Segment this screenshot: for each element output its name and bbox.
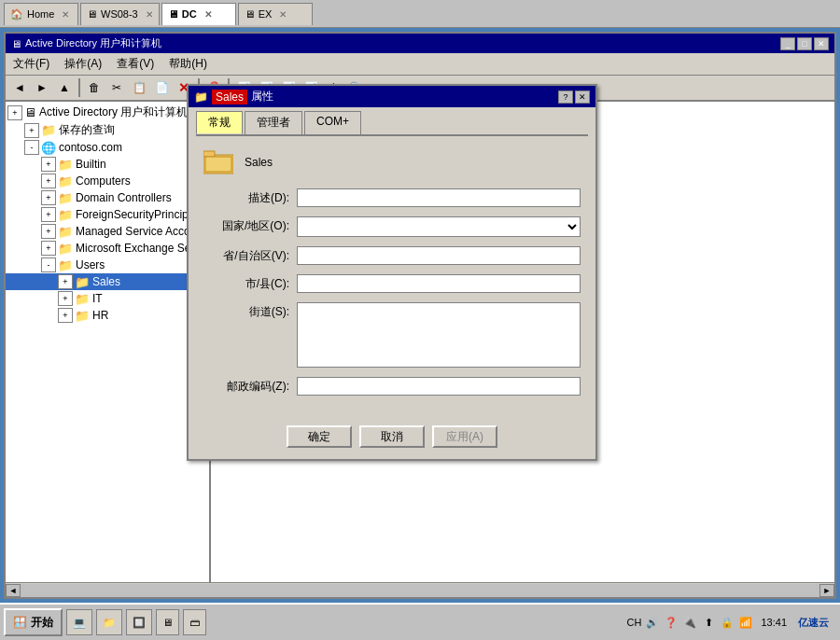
ad-window-icon: 🖥 bbox=[11, 38, 21, 49]
tab-home-close[interactable]: ✕ bbox=[62, 9, 69, 20]
dialog-footer: 确定 取消 应用(A) bbox=[189, 416, 595, 459]
start-label: 开始 bbox=[31, 615, 53, 631]
home-icon: 🏠 bbox=[10, 8, 23, 21]
tree-saved-queries[interactable]: + 📁 保存的查询 bbox=[6, 121, 209, 139]
form-row-description: 描述(D): bbox=[203, 188, 581, 207]
dialog-title-icon: 📁 bbox=[194, 90, 208, 104]
dialog-close-button[interactable]: ✕ bbox=[575, 90, 590, 104]
tree-users[interactable]: - 📁 Users bbox=[6, 257, 209, 273]
up-button[interactable]: ▲ bbox=[54, 77, 75, 98]
toolbar-btn-2[interactable]: ✂ bbox=[106, 77, 127, 98]
tab-dc-label: DC bbox=[182, 8, 197, 20]
taskbar-app-5-icon: 🗃 bbox=[189, 617, 200, 628]
apply-button[interactable]: 应用(A) bbox=[432, 425, 497, 448]
tree-it[interactable]: + 📁 IT bbox=[6, 290, 209, 307]
ok-button[interactable]: 确定 bbox=[287, 425, 352, 448]
menu-file[interactable]: 文件(F) bbox=[9, 55, 53, 73]
taskbar-app-2[interactable]: 📁 bbox=[96, 609, 122, 635]
tray-icon-2[interactable]: ❓ bbox=[664, 615, 679, 630]
select-country[interactable] bbox=[297, 216, 581, 237]
tab-ws083[interactable]: 🖥 WS08-3 ✕ bbox=[80, 3, 160, 25]
taskbar-app-1-icon: 💻 bbox=[73, 617, 86, 629]
ou-icon bbox=[203, 147, 233, 177]
scroll-right[interactable]: ► bbox=[819, 584, 834, 597]
input-zip[interactable] bbox=[297, 377, 581, 396]
brand-logo: 亿速云 bbox=[794, 616, 833, 630]
tree-expand-users[interactable]: - bbox=[41, 257, 56, 272]
taskbar-right: CH 🔊 ❓ 🔌 ⬆ 🔒 📶 13:41 亿速云 bbox=[627, 615, 836, 630]
top-tabbar: 🏠 Home ✕ 🖥 WS08-3 ✕ 🖥 DC ✕ 🖥 EX ✕ bbox=[0, 0, 840, 28]
taskbar-app-5[interactable]: 🗃 bbox=[183, 609, 206, 635]
dialog-help-button[interactable]: ? bbox=[558, 90, 573, 104]
tree-hr[interactable]: + 📁 HR bbox=[6, 307, 209, 324]
menu-help[interactable]: 帮助(H) bbox=[165, 55, 211, 73]
scroll-left[interactable]: ◄ bbox=[6, 584, 21, 597]
tray-icon-4[interactable]: ⬆ bbox=[701, 615, 716, 630]
tree-expand-msa[interactable]: + bbox=[41, 224, 56, 239]
tab-dc-close[interactable]: ✕ bbox=[204, 9, 212, 20]
tree-domain-controllers[interactable]: + 📁 Domain Controllers bbox=[6, 189, 209, 206]
tab-com[interactable]: COM+ bbox=[304, 111, 361, 134]
back-button[interactable]: ◄ bbox=[9, 77, 30, 98]
tree-managed-service[interactable]: + 📁 Managed Service Accou... bbox=[6, 223, 209, 240]
tray-icon-3[interactable]: 🔌 bbox=[682, 615, 697, 630]
tree-builtin[interactable]: + 📁 Builtin bbox=[6, 156, 209, 173]
tab-ex[interactable]: 🖥 EX ✕ bbox=[238, 3, 313, 25]
dc-icon: 🖥 bbox=[168, 8, 178, 20]
label-description: 描述(D): bbox=[203, 188, 297, 206]
tree-icon-builtin: 📁 bbox=[58, 158, 73, 172]
toolbar-sep-1 bbox=[78, 78, 80, 97]
tree-expand-mse[interactable]: + bbox=[41, 241, 56, 256]
tree-contoso[interactable]: - 🌐 contoso.com bbox=[6, 139, 209, 156]
close-button[interactable]: ✕ bbox=[814, 37, 829, 50]
tree-expand-fsp[interactable]: + bbox=[41, 207, 56, 222]
tree-expand-root[interactable]: + bbox=[7, 105, 22, 120]
tree-root[interactable]: + 🖥 Active Directory 用户和计算机 bbox=[6, 104, 209, 121]
tree-expand-computers[interactable]: + bbox=[41, 174, 56, 188]
taskbar-app-3[interactable]: 🔲 bbox=[126, 609, 152, 635]
tab-ex-close[interactable]: ✕ bbox=[279, 9, 287, 20]
tray-icon-1[interactable]: 🔊 bbox=[645, 615, 660, 630]
toolbar-btn-3[interactable]: 📋 bbox=[129, 77, 149, 98]
cancel-button[interactable]: 取消 bbox=[359, 425, 425, 448]
tree-expand-builtin[interactable]: + bbox=[41, 157, 56, 172]
input-province[interactable] bbox=[297, 246, 581, 265]
tab-general[interactable]: 常规 bbox=[196, 111, 243, 134]
tree-expand-hr[interactable]: + bbox=[58, 308, 73, 323]
tree-expand-sales[interactable]: + bbox=[58, 274, 73, 289]
toolbar-btn-4[interactable]: 📄 bbox=[151, 77, 172, 98]
tab-home[interactable]: 🏠 Home ✕ bbox=[4, 3, 78, 25]
forward-button[interactable]: ► bbox=[32, 77, 52, 98]
tree-sales[interactable]: + 📁 Sales bbox=[6, 273, 209, 290]
toolbar-btn-1[interactable]: 🗑 bbox=[84, 77, 105, 98]
taskbar-app-4[interactable]: 🖥 bbox=[156, 609, 179, 635]
tree-label-hr: HR bbox=[92, 309, 108, 322]
maximize-button[interactable]: □ bbox=[797, 37, 812, 50]
hscroll[interactable]: ◄ ► bbox=[6, 582, 834, 597]
tree-computers[interactable]: + 📁 Computers bbox=[6, 173, 209, 189]
start-button[interactable]: 🪟 开始 bbox=[4, 608, 63, 636]
tree-expand-contoso[interactable]: - bbox=[24, 140, 39, 155]
tree-icon-sales: 📁 bbox=[75, 275, 90, 289]
textarea-street[interactable] bbox=[297, 302, 581, 368]
tab-ws083-close[interactable]: ✕ bbox=[146, 9, 153, 20]
taskbar-app-1[interactable]: 💻 bbox=[66, 609, 92, 635]
tree-icon-contoso: 🌐 bbox=[41, 141, 56, 155]
tab-manager[interactable]: 管理者 bbox=[245, 111, 302, 134]
tree-expand-saved[interactable]: + bbox=[24, 123, 39, 138]
input-city[interactable] bbox=[297, 274, 581, 293]
form-row-city: 市/县(C): bbox=[203, 274, 581, 293]
dialog-controls: ? ✕ bbox=[558, 90, 590, 104]
tray-icon-5[interactable]: 🔒 bbox=[720, 615, 735, 630]
tree-foreignsecurity[interactable]: + 📁 ForeignSecurityPrincip... bbox=[6, 206, 209, 223]
tray-icon-6[interactable]: 📶 bbox=[738, 615, 753, 630]
tree-expand-it[interactable]: + bbox=[58, 291, 73, 306]
tab-dc[interactable]: 🖥 DC ✕ bbox=[161, 3, 236, 25]
tree-expand-dc[interactable]: + bbox=[41, 190, 56, 205]
menu-action[interactable]: 操作(A) bbox=[61, 55, 105, 73]
menu-view[interactable]: 查看(V) bbox=[113, 55, 158, 73]
tree-ms-exchange[interactable]: + 📁 Microsoft Exchange Sec... bbox=[6, 240, 209, 257]
input-description[interactable] bbox=[297, 188, 581, 207]
minimize-button[interactable]: _ bbox=[780, 37, 795, 50]
tree-icon-dc: 📁 bbox=[58, 191, 73, 205]
